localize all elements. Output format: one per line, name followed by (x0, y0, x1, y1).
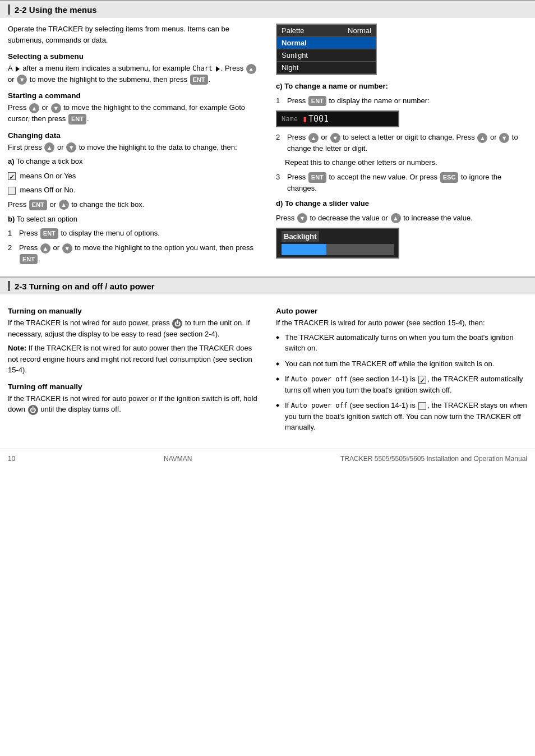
up-button[interactable]: ▲ (246, 64, 256, 74)
checkbox-unchecked-icon (418, 402, 426, 410)
footer-brand: NAVMAN (164, 455, 192, 463)
down-button5[interactable]: ▼ (62, 243, 72, 253)
auto-power-title: Auto power (276, 307, 527, 315)
section-22-title: 2-2 Using the menus (15, 5, 97, 15)
power-button2[interactable]: ⏻ (28, 405, 38, 415)
palette-header: Palette Normal (277, 25, 376, 37)
change-name-list3: 3 Press ENT to accept the new value. Or … (276, 172, 527, 193)
change-name-repeat: Repeat this to change other letters or n… (276, 157, 527, 168)
turning-off-text: If the TRACKER is not wired for auto pow… (8, 393, 259, 415)
tick-on-icon (8, 172, 16, 180)
up-button6[interactable]: ▲ (308, 133, 319, 143)
turning-on-text: If the TRACKER is not wired for auto pow… (8, 317, 259, 339)
section-22-right: Palette Normal Normal Sunlight Night c) … (270, 24, 527, 268)
selecting-submenu-title: Selecting a submenu (8, 52, 259, 61)
name-value: T001 (308, 114, 329, 124)
section-23-content: Turning on manually If the TRACKER is no… (0, 294, 535, 437)
name-label: Name (282, 115, 298, 123)
change-name-step3: 3 Press ENT to accept the new value. Or … (276, 172, 527, 193)
down-button6[interactable]: ▼ (330, 133, 340, 143)
section-23-right: Auto power If the TRACKER is wired for a… (270, 300, 527, 437)
chart-code: Chart (192, 64, 213, 72)
change-name-step2: 2 Press ▲ or ▼ to select a letter or dig… (276, 132, 527, 154)
select-option-step2: 2 Press ▲ or ▼ to move the highlight to … (8, 242, 259, 264)
selecting-submenu-text: A after a menu item indicates a submenu,… (8, 63, 259, 85)
ent-button3[interactable]: ENT (29, 200, 47, 210)
name-input-box: Name ▮ T001 (276, 110, 399, 127)
change-name-step1: 1 Press ENT to display the name or numbe… (276, 95, 527, 107)
tick-on-label: means On or Yes (8, 170, 259, 182)
auto-power-list: The TRACKER automatically turns on when … (276, 332, 527, 433)
turning-on-note: Note: If the TRACKER is not wired for au… (8, 343, 259, 376)
ent-button6[interactable]: ENT (308, 96, 326, 107)
auto-power-item1: The TRACKER automatically turns on when … (276, 332, 527, 354)
palette-row-sunlight: Sunlight (277, 49, 376, 62)
footer-page-num: 10 (8, 455, 15, 463)
section-23-header-bar (8, 281, 10, 291)
changing-data-text: First press ▲ or ▼ to move the highlight… (8, 142, 259, 153)
backlight-slider-fill (282, 244, 326, 255)
starting-command-title: Starting a command (8, 91, 259, 100)
palette-row-night: Night (277, 62, 376, 74)
select-option-step1: 1 Press ENT to display the menu of optio… (8, 228, 259, 239)
up-button3[interactable]: ▲ (44, 142, 54, 153)
ent-button8[interactable]: ESC (440, 172, 459, 183)
down-button3[interactable]: ▼ (66, 142, 76, 153)
section-23-left: Turning on manually If the TRACKER is no… (8, 300, 270, 437)
turning-on-title: Turning on manually (8, 307, 259, 315)
up-button7[interactable]: ▲ (477, 133, 487, 143)
auto-power-item4: If Auto power off (see section 14-1) is … (276, 400, 527, 433)
changing-data-title: Changing data (8, 131, 259, 140)
tick-off-label: means Off or No. (8, 185, 259, 196)
select-option-label: b) To select an option (8, 214, 259, 225)
change-slider-text: Press ▼ to decrease the value or ▲ to in… (276, 213, 527, 224)
up-button4[interactable]: ▲ (59, 200, 69, 210)
ent-button5[interactable]: ENT (20, 254, 38, 265)
turning-off-title: Turning off manually (8, 382, 259, 391)
ent-button2[interactable]: ENT (68, 114, 86, 125)
footer: 10 NAVMAN TRACKER 5505/5505i/5605 Instal… (0, 449, 535, 468)
palette-normal-header: Normal (348, 26, 371, 35)
change-tickbox-label: a) To change a tick box (8, 156, 259, 167)
section-22-left: Operate the TRACKER by selecting items f… (8, 24, 270, 268)
auto-power-off-code2: Auto power off (291, 402, 348, 409)
checkbox-checked-icon (418, 376, 426, 384)
select-option-list: 1 Press ENT to display the menu of optio… (8, 228, 259, 264)
auto-power-item2: You can not turn the TRACKER off while t… (276, 358, 527, 370)
power-button[interactable]: ⏻ (172, 319, 182, 329)
palette-box: Palette Normal Normal Sunlight Night (276, 24, 377, 75)
down-button7[interactable]: ▼ (499, 133, 509, 143)
arrow-right-icon (16, 66, 20, 72)
name-cursor: ▮ (302, 114, 307, 124)
up-button8[interactable]: ▲ (391, 213, 401, 223)
starting-command-text: Press ▲ or ▼ to move the highlight to th… (8, 102, 259, 124)
ent-button[interactable]: ENT (190, 75, 208, 85)
backlight-box: Backlight (276, 228, 399, 259)
backlight-slider (282, 244, 394, 255)
backlight-title: Backlight (282, 231, 319, 242)
page: 2-2 Using the menus Operate the TRACKER … (0, 0, 535, 756)
ent-button4[interactable]: ENT (40, 228, 58, 239)
section-23-header: 2-3 Turning on and off / auto power (0, 276, 535, 294)
change-name-label: c) To change a name or number: (276, 81, 527, 92)
section-header-bar (8, 4, 10, 15)
footer-product-line: TRACKER 5505/5505i/5605 Installation and… (340, 455, 527, 463)
up-button5[interactable]: ▲ (40, 243, 50, 253)
down-button[interactable]: ▼ (17, 75, 27, 85)
auto-power-off-code1: Auto power off (291, 375, 348, 383)
down-button8[interactable]: ▼ (297, 213, 307, 223)
ent-button7[interactable]: ENT (308, 172, 326, 183)
palette-label: Palette (282, 26, 304, 35)
palette-row-normal: Normal (277, 37, 376, 49)
section-22-header: 2-2 Using the menus (0, 0, 535, 18)
tick-off-icon (8, 187, 16, 195)
up-button2[interactable]: ▲ (29, 103, 39, 113)
change-name-list: 1 Press ENT to display the name or numbe… (276, 95, 527, 107)
section-22-content: Operate the TRACKER by selecting items f… (0, 18, 535, 268)
change-slider-label: d) To change a slider value (276, 198, 527, 209)
down-button2[interactable]: ▼ (51, 103, 61, 113)
change-name-list2: 2 Press ▲ or ▼ to select a letter or dig… (276, 132, 527, 154)
auto-power-item3: If Auto power off (see section 14-1) is … (276, 374, 527, 395)
auto-power-intro: If the TRACKER is wired for auto power (… (276, 317, 527, 329)
section-23-title: 2-3 Turning on and off / auto power (15, 282, 155, 291)
